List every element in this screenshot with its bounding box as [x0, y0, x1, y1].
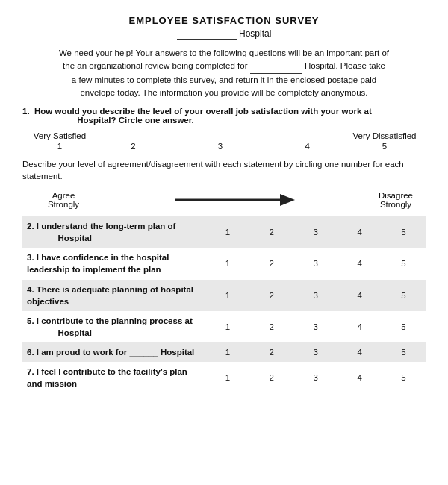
q-num: 2. [27, 222, 34, 231]
intro-line5: envelope today. The information you prov… [80, 88, 367, 97]
arrow-row: Agree Strongly Disagree Strongly [22, 187, 426, 213]
scale-labels: Very Satisfied Very Dissatisfied [22, 131, 426, 140]
q-num: 7. [27, 367, 34, 376]
q-num: 5. [27, 316, 34, 325]
question-text-2: 2. I understand the long-term plan of __… [22, 216, 205, 248]
page: EMPLOYEE SATISFACTION SURVEY Hospital We… [0, 0, 448, 485]
scale-cell-1: 1 [205, 342, 249, 362]
intro-blank [250, 60, 302, 73]
scale-num-4: 4 [264, 142, 351, 151]
table-row: 4. There is adequate planning of hospita… [22, 280, 426, 311]
q1-text: work at [342, 107, 372, 116]
scale-cell-4: 4 [337, 280, 382, 311]
scale-cell-3: 3 [293, 248, 337, 279]
scale-cell-4: 4 [337, 216, 382, 248]
question-text-3: 3. I have confidence in the hospital lea… [22, 248, 205, 279]
scale-cell-1: 1 [205, 311, 249, 342]
scale-cell-4: 4 [337, 342, 382, 362]
scale-num-2: 2 [90, 142, 177, 151]
question-text-5: 5. I contribute to the planning process … [22, 311, 205, 342]
intro-line1: We need your help! Your answers to the f… [59, 48, 389, 57]
title-section: EMPLOYEE SATISFACTION SURVEY Hospital [22, 15, 426, 40]
scale-cell-3: 3 [293, 216, 337, 248]
scale-cell-5: 5 [382, 216, 426, 248]
title-sub: Hospital [239, 28, 271, 39]
scale-cell-2: 2 [249, 216, 293, 248]
agree-label: Agree Strongly [22, 191, 105, 209]
question-text-4: 4. There is adequate planning of hospita… [22, 280, 205, 311]
disagree-label: Disagree Strongly [366, 191, 426, 209]
scale-cell-5: 5 [382, 362, 426, 393]
scale-cell-1: 1 [205, 280, 249, 311]
scale-left-label: Very Satisfied [30, 131, 90, 140]
question-text-7: 7. I feel I contribute to the facility's… [22, 362, 205, 393]
intro-line4: a few minutes to complete this survey, a… [72, 75, 376, 84]
scale-cell-4: 4 [337, 311, 382, 342]
table-row: 7. I feel I contribute to the facility's… [22, 362, 426, 393]
intro-line2: the an organizational review being compl… [63, 61, 247, 70]
satisfaction-scale: Very Satisfied Very Dissatisfied 1 2 3 4… [22, 131, 426, 151]
scale-num-5: 5 [351, 142, 418, 151]
scale-cell-2: 2 [249, 248, 293, 279]
scale-cell-2: 2 [249, 311, 293, 342]
intro-line3: Hospital. Please take [305, 61, 385, 70]
q-num: 3. [27, 253, 34, 262]
scale-cell-3: 3 [293, 311, 337, 342]
q1-text2: Hospital? Circle one answer. [77, 116, 194, 125]
table-row: 2. I understand the long-term plan of __… [22, 216, 426, 248]
scale-cell-3: 3 [293, 280, 337, 311]
arrow-visual [105, 190, 366, 210]
table-row: 5. I contribute to the planning process … [22, 311, 426, 342]
intro-text: We need your help! Your answers to the f… [22, 47, 426, 99]
q-num: 6. [27, 348, 34, 357]
q1-number: 1. How would you describe the level of y… [22, 107, 339, 116]
scale-cell-4: 4 [337, 362, 382, 393]
scale-cell-2: 2 [249, 342, 293, 362]
scale-cell-2: 2 [249, 280, 293, 311]
table-row: 3. I have confidence in the hospital lea… [22, 248, 426, 279]
q-num: 4. [27, 285, 34, 294]
survey-table: 2. I understand the long-term plan of __… [22, 216, 426, 393]
scale-cell-4: 4 [337, 248, 382, 279]
agree-instruction: Describe your level of agreement/disagre… [22, 158, 426, 182]
scale-numbers: 1 2 3 4 5 [22, 142, 426, 151]
scale-cell-5: 5 [382, 280, 426, 311]
survey-title: EMPLOYEE SATISFACTION SURVEY [22, 15, 426, 26]
scale-num-1: 1 [30, 142, 90, 151]
scale-cell-1: 1 [205, 216, 249, 248]
scale-cell-3: 3 [293, 342, 337, 362]
scale-cell-2: 2 [249, 362, 293, 393]
scale-num-3: 3 [177, 142, 264, 151]
scale-cell-5: 5 [382, 342, 426, 362]
scale-cell-5: 5 [382, 311, 426, 342]
scale-cell-5: 5 [382, 248, 426, 279]
scale-cell-1: 1 [205, 362, 249, 393]
scale-cell-1: 1 [205, 248, 249, 279]
scale-right-label: Very Dissatisfied [351, 131, 418, 140]
q1-blank [22, 116, 75, 125]
question-text-6: 6. I am proud to work for ______ Hospita… [22, 342, 205, 362]
question-1: 1. How would you describe the level of y… [22, 107, 426, 125]
title-blank [177, 28, 237, 40]
svg-marker-1 [280, 194, 295, 206]
table-row: 6. I am proud to work for ______ Hospita… [22, 342, 426, 362]
scale-cell-3: 3 [293, 362, 337, 393]
